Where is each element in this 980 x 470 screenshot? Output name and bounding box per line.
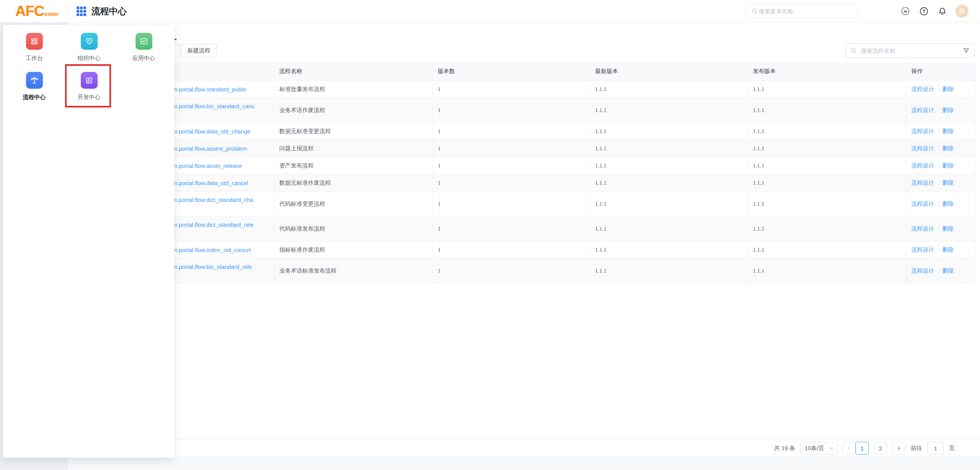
latest-cell: 1.1.1 xyxy=(595,128,607,134)
workbench-icon xyxy=(26,33,43,50)
delete-link[interactable]: 删除 xyxy=(942,267,954,274)
avatar[interactable]: 租 xyxy=(956,5,969,18)
flow-code-link[interactable]: dam.portal.flow.biz_standard_rele xyxy=(166,263,252,270)
process-icon xyxy=(26,72,43,89)
flow-name-cell: 代码标准发布流程 xyxy=(279,226,325,232)
notification-bell-icon[interactable] xyxy=(937,6,947,16)
flow-name-cell: 代码标准变更流程 xyxy=(279,201,325,207)
flow-design-link[interactable]: 流程设计 xyxy=(911,179,934,186)
delete-link[interactable]: 删除 xyxy=(942,179,954,186)
column-header-4: 最新版本 xyxy=(590,62,747,81)
page-title: 流程中心 xyxy=(91,5,127,17)
flow-code-link[interactable]: dam.portal.flow.asset_release xyxy=(166,163,242,169)
flow-code-link[interactable]: dam.portal.flow.biz_standard_canc xyxy=(166,103,255,109)
latest-cell: 1.1.1 xyxy=(595,180,607,186)
application-icon xyxy=(136,33,152,50)
flow-design-link[interactable]: 流程设计 xyxy=(911,86,934,92)
delete-link[interactable]: 删除 xyxy=(942,162,954,169)
delete-link[interactable]: 删除 xyxy=(942,86,954,92)
action-divider xyxy=(938,180,939,185)
flow-design-link[interactable]: 流程设计 xyxy=(911,128,934,134)
flow-code-link[interactable]: dam.portal.flow.dict_standard_rele xyxy=(166,221,253,228)
mega-menu-item-3[interactable]: 应用中心 xyxy=(116,33,171,64)
mega-menu-item-label: 流程中心 xyxy=(23,94,46,101)
flow-code-link[interactable]: dam.portal.flow.data_std_change xyxy=(166,128,250,135)
latest-cell: 1.1.1 xyxy=(595,226,607,232)
published-cell: 1.1.1 xyxy=(753,226,764,232)
filter-funnel-icon[interactable] xyxy=(963,47,970,54)
flow-table: 流程名称版本数最新版本发布版本操作 dam.portal.flow.standa… xyxy=(161,62,976,283)
flow-code-link[interactable]: dam.portal.flow.dict_standard_cha xyxy=(166,197,253,203)
latest-cell: 1.1.1 xyxy=(595,145,607,151)
page-size-value: 10条/页 xyxy=(805,445,824,452)
app-switcher-grid-icon[interactable] xyxy=(77,7,86,16)
latest-cell: 1.1.1 xyxy=(595,163,607,169)
action-divider xyxy=(938,86,939,92)
new-flow-button[interactable]: 新建流程 xyxy=(181,44,217,57)
flow-design-link[interactable]: 流程设计 xyxy=(911,107,934,113)
mega-menu-item-2[interactable]: 组织中心 xyxy=(62,33,116,64)
versions-cell: 1 xyxy=(438,201,441,207)
page-background-bottom xyxy=(67,458,980,470)
chevron-down-icon: ▾ xyxy=(831,446,833,450)
page-number-button-2[interactable]: 2 xyxy=(874,442,887,455)
published-cell: 1.1.1 xyxy=(753,180,764,186)
menu-search-box[interactable] xyxy=(745,4,858,18)
page-size-select[interactable]: 10条/页 ▾ xyxy=(800,442,837,455)
table-row: dam.portal.flow.biz_standard_canc业务术语作废流… xyxy=(161,98,975,123)
table-row: dam.portal.flow.biz_standard_rele业务术语标准发… xyxy=(161,259,975,283)
flow-table-body: dam.portal.flow.standard_public标准批量发布流程1… xyxy=(161,81,975,283)
delete-link[interactable]: 删除 xyxy=(942,128,954,134)
logo-text-main: AFC xyxy=(15,4,44,18)
table-row: dam.portal.flow.dict_standard_cha代码标准变更流… xyxy=(161,192,975,216)
mega-menu-item-4[interactable]: 流程中心 xyxy=(7,72,62,103)
latest-cell: 1.1.1 xyxy=(595,268,607,274)
flow-code-link[interactable]: dam.portal.flow.data_std_cancel xyxy=(166,180,248,186)
flow-design-link[interactable]: 流程设计 xyxy=(911,145,934,151)
flow-search-box[interactable] xyxy=(845,43,975,58)
flow-table-header: 流程名称版本数最新版本发布版本操作 xyxy=(161,62,975,81)
published-cell: 1.1.1 xyxy=(753,268,764,274)
flow-design-link[interactable]: 流程设计 xyxy=(911,225,934,232)
table-row: dam.portal.flow.standard_public标准批量发布流程1… xyxy=(161,81,975,98)
next-page-button[interactable]: › xyxy=(892,442,905,455)
table-row: dam.portal.flow.assest_problem问题上报流程11.1… xyxy=(161,140,975,157)
pagination-bar: 共 19 条 10条/页 ▾ ‹ 12 › 前往 1 页 xyxy=(67,439,980,457)
menu-search-input[interactable] xyxy=(758,8,853,15)
flow-design-link[interactable]: 流程设计 xyxy=(911,200,934,207)
action-divider xyxy=(938,107,939,113)
versions-cell: 1 xyxy=(438,180,441,186)
latest-cell: 1.1.1 xyxy=(595,247,607,253)
column-header-6: 操作 xyxy=(906,62,975,81)
delete-link[interactable]: 删除 xyxy=(942,200,954,207)
organization-icon xyxy=(81,33,98,50)
flow-design-link[interactable]: 流程设计 xyxy=(911,246,934,253)
mega-menu-item-5[interactable]: 开发中心 xyxy=(62,72,116,103)
flow-code-link[interactable]: dam.portal.flow.index_std_cancel xyxy=(166,247,251,253)
flow-search-input[interactable] xyxy=(860,47,963,54)
mega-menu-item-label: 开发中心 xyxy=(78,94,101,101)
page-number-button-1[interactable]: 1 xyxy=(856,442,869,455)
prev-page-button[interactable]: ‹ xyxy=(843,442,856,455)
delete-link[interactable]: 删除 xyxy=(942,246,954,253)
delete-link[interactable]: 删除 xyxy=(942,145,954,151)
delete-link[interactable]: 删除 xyxy=(942,107,954,113)
table-row: dam.portal.flow.data_std_cancel数据元标准作废流程… xyxy=(161,174,975,192)
help-icon[interactable]: ? xyxy=(919,6,929,16)
flow-design-link[interactable]: 流程设计 xyxy=(911,267,934,274)
table-row: dam.portal.flow.asset_release资产发布流程11.1.… xyxy=(161,157,975,174)
flow-code-link[interactable]: dam.portal.flow.assest_problem xyxy=(166,145,247,152)
action-divider xyxy=(938,201,939,207)
delete-link[interactable]: 删除 xyxy=(942,225,954,232)
afcenter-logo[interactable]: AFC enter xyxy=(15,4,59,18)
action-divider xyxy=(938,163,939,168)
total-count-label: 共 19 条 xyxy=(774,445,795,452)
versions-cell: 1 xyxy=(438,86,441,92)
versions-cell: 1 xyxy=(438,145,441,151)
mega-menu-item-1[interactable]: 工作台 xyxy=(7,33,62,64)
flow-name-cell: 数据元标准作废流程 xyxy=(279,180,331,186)
goto-page-input[interactable]: 1 xyxy=(928,442,944,455)
ai-assistant-icon[interactable]: AI xyxy=(900,6,910,16)
flow-code-link[interactable]: dam.portal.flow.standard_public xyxy=(166,86,247,93)
flow-design-link[interactable]: 流程设计 xyxy=(911,162,934,169)
